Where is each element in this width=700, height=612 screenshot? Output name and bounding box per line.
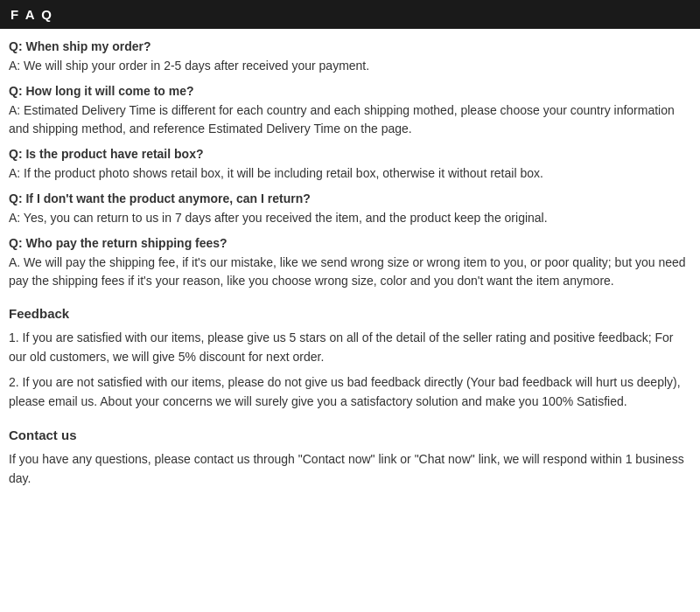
answer-5: A. We will pay the shipping fee, if it's… [9, 254, 691, 290]
answer-2: A: Estimated Delivery Time is different … [9, 101, 691, 138]
question-4: Q: If I don't want the product anymore, … [9, 191, 691, 205]
answer-3: A: If the product photo shows retail box… [9, 164, 691, 183]
answer-1: A: We will ship your order in 2-5 days a… [9, 57, 691, 75]
feedback-item-2: 2. If you are not satisfied with our ite… [9, 372, 691, 412]
question-2: Q: How long it will come to me? [9, 84, 691, 98]
answer-4: A: Yes, you can return to us in 7 days a… [9, 209, 691, 227]
feedback-title: Feedback [9, 306, 691, 321]
faq-item-4: Q: If I don't want the product anymore, … [9, 191, 691, 227]
faq-header: F A Q [0, 0, 700, 29]
feedback-item-1: 1. If you are satisfied with our items, … [9, 328, 691, 367]
faq-list: Q: When ship my order? A: We will ship y… [9, 39, 691, 290]
feedback-section: Feedback 1. If you are satisfied with ou… [9, 306, 691, 412]
question-1: Q: When ship my order? [9, 39, 691, 53]
faq-item-1: Q: When ship my order? A: We will ship y… [9, 39, 691, 75]
contact-section: Contact us If you have any questions, pl… [9, 428, 691, 489]
faq-item-5: Q: Who pay the return shipping fees? A. … [9, 236, 691, 290]
faq-item-2: Q: How long it will come to me? A: Estim… [9, 84, 691, 138]
question-5: Q: Who pay the return shipping fees? [9, 236, 691, 250]
question-3: Q: Is the product have retail box? [9, 147, 691, 161]
contact-title: Contact us [9, 428, 691, 442]
contact-text: If you have any questions, please contac… [9, 449, 691, 489]
faq-item-3: Q: Is the product have retail box? A: If… [9, 147, 691, 183]
